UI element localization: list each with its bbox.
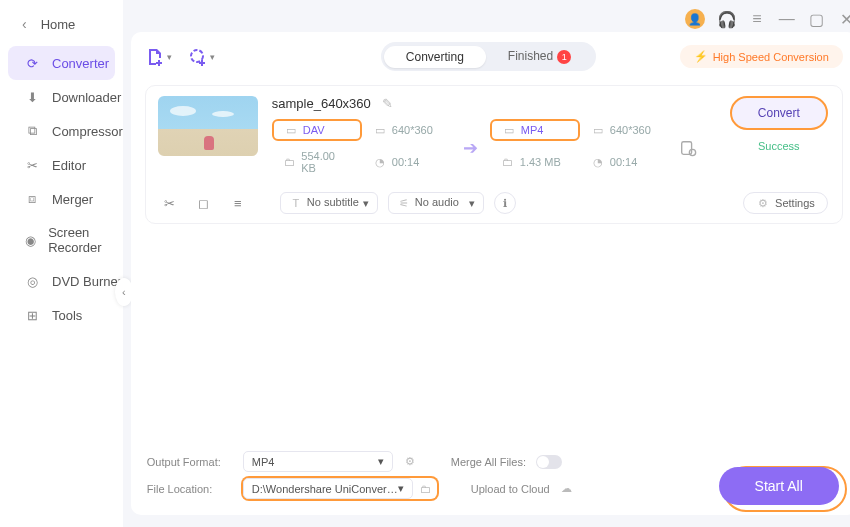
audio-icon: ⚟ [397, 196, 411, 210]
sidebar-item-tools[interactable]: ⊞Tools [0, 298, 123, 332]
svg-point-2 [689, 149, 695, 155]
resolution-icon: ▭ [591, 123, 605, 137]
crop-icon[interactable]: ◻ [192, 191, 216, 215]
merger-icon: ⧈ [24, 191, 40, 207]
resolution-icon: ▭ [373, 123, 387, 137]
status-tabs: Converting Finished1 [381, 42, 596, 71]
convert-button[interactable]: Convert [730, 96, 828, 130]
subtitle-icon: T [289, 196, 303, 210]
source-resolution: ▭640*360 [362, 120, 452, 140]
audio-dropdown[interactable]: ⚟No audio▾ [388, 192, 484, 214]
converter-icon: ⟳ [24, 55, 40, 71]
back-icon: ‹ [22, 16, 27, 32]
support-icon[interactable]: 🎧 [719, 11, 735, 27]
minimize-icon[interactable]: — [779, 11, 795, 27]
converter-panel: ▾ ▾ Converting Finished1 ⚡ High Speed Co… [131, 32, 850, 515]
file-location-label: File Location: [147, 483, 233, 495]
settings-button[interactable]: ⚙Settings [743, 192, 828, 214]
output-format-label: Output Format: [147, 456, 233, 468]
menu-icon[interactable]: ≡ [749, 11, 765, 27]
add-file-icon [145, 47, 165, 67]
sidebar-item-dvd-burner[interactable]: ◎DVD Burner [0, 264, 123, 298]
folder-icon: 🗀 [283, 155, 296, 169]
sidebar-item-editor[interactable]: ✂Editor [0, 148, 123, 182]
source-duration: ◔00:14 [362, 152, 452, 172]
sidebar-item-merger[interactable]: ⧈Merger [0, 182, 123, 216]
chevron-down-icon: ▾ [398, 482, 404, 495]
home-label: Home [41, 17, 76, 32]
list-icon[interactable]: ≡ [226, 191, 250, 215]
chevron-down-icon: ▾ [469, 197, 475, 210]
info-icon[interactable]: ℹ [494, 192, 516, 214]
sidebar: ‹ Home ⟳Converter ⬇Downloader ⧉Compresso… [0, 0, 123, 527]
source-size: 🗀554.00 KB [272, 147, 362, 177]
file-location-select[interactable]: D:\Wondershare UniConverter 1▾ [243, 478, 413, 499]
sidebar-item-compressor[interactable]: ⧉Compressor [0, 114, 123, 148]
tab-converting[interactable]: Converting [384, 46, 486, 68]
sidebar-item-converter[interactable]: ⟳Converter [8, 46, 115, 80]
recorder-icon: ◉ [24, 232, 36, 248]
video-icon: ▭ [284, 123, 298, 137]
chevron-down-icon: ▾ [363, 197, 369, 210]
editor-icon: ✂ [24, 157, 40, 173]
high-speed-conversion-button[interactable]: ⚡ High Speed Conversion [680, 45, 843, 68]
tools-icon: ⊞ [24, 307, 40, 323]
video-icon: ▭ [502, 123, 516, 137]
add-url-button[interactable]: ▾ [188, 47, 215, 67]
sidebar-item-downloader[interactable]: ⬇Downloader [0, 80, 123, 114]
source-format-chip: ▭DAV [272, 119, 362, 141]
status-text: Success [758, 140, 800, 152]
downloader-icon: ⬇ [24, 89, 40, 105]
main: 👤 🎧 ≡ — ▢ ✕ ▾ ▾ Converting Finished1 ⚡ H… [123, 0, 850, 527]
output-settings-icon[interactable]: ⚙ [403, 455, 417, 469]
dvd-icon: ◎ [24, 273, 40, 289]
close-icon[interactable]: ✕ [839, 11, 850, 27]
sidebar-item-screen-recorder[interactable]: ◉Screen Recorder [0, 216, 123, 264]
compressor-icon: ⧉ [24, 123, 40, 139]
home-nav[interactable]: ‹ Home [0, 8, 123, 46]
target-size: 🗀1.43 MB [490, 152, 580, 172]
merge-toggle[interactable] [536, 455, 562, 469]
titlebar: 👤 🎧 ≡ — ▢ ✕ [123, 0, 850, 32]
cloud-icon[interactable]: ☁ [560, 482, 574, 496]
svg-rect-1 [681, 142, 691, 155]
subtitle-dropdown[interactable]: TNo subtitle▾ [280, 192, 378, 214]
target-format-chip[interactable]: ▭MP4 [490, 119, 580, 141]
open-folder-icon[interactable]: 🗀 [419, 482, 433, 496]
add-file-button[interactable]: ▾ [145, 47, 172, 67]
merge-files-label: Merge All Files: [451, 456, 526, 468]
maximize-icon[interactable]: ▢ [809, 11, 825, 27]
chevron-down-icon: ▾ [210, 52, 215, 62]
trim-icon[interactable]: ✂ [158, 191, 182, 215]
topbar: ▾ ▾ Converting Finished1 ⚡ High Speed Co… [145, 42, 843, 71]
target-resolution: ▭640*360 [580, 120, 670, 140]
clock-icon: ◔ [373, 155, 387, 169]
finished-count-badge: 1 [557, 50, 571, 64]
chevron-down-icon: ▾ [378, 455, 384, 468]
folder-icon: 🗀 [501, 155, 515, 169]
start-all-button[interactable]: Start All [719, 467, 839, 505]
chevron-down-icon: ▾ [167, 52, 172, 62]
add-url-icon [188, 47, 208, 67]
gear-icon: ⚙ [756, 196, 770, 210]
arrow-right-icon: ➔ [452, 137, 490, 159]
bolt-icon: ⚡ [694, 50, 708, 63]
target-duration: ◔00:14 [580, 152, 670, 172]
user-avatar-icon[interactable]: 👤 [685, 9, 705, 29]
edit-name-icon[interactable]: ✎ [381, 97, 395, 111]
output-format-select[interactable]: MP4▾ [243, 451, 393, 472]
item-settings-icon[interactable] [670, 139, 706, 157]
tab-finished[interactable]: Finished1 [486, 45, 593, 68]
clock-icon: ◔ [591, 155, 605, 169]
file-name: sample_640x360 [272, 96, 371, 111]
upload-cloud-label: Upload to Cloud [471, 483, 550, 495]
video-thumbnail[interactable] [158, 96, 258, 156]
media-item: sample_640x360 ✎ ▭DAV ▭640*360 ➔ ▭MP4 ▭6… [145, 85, 843, 224]
